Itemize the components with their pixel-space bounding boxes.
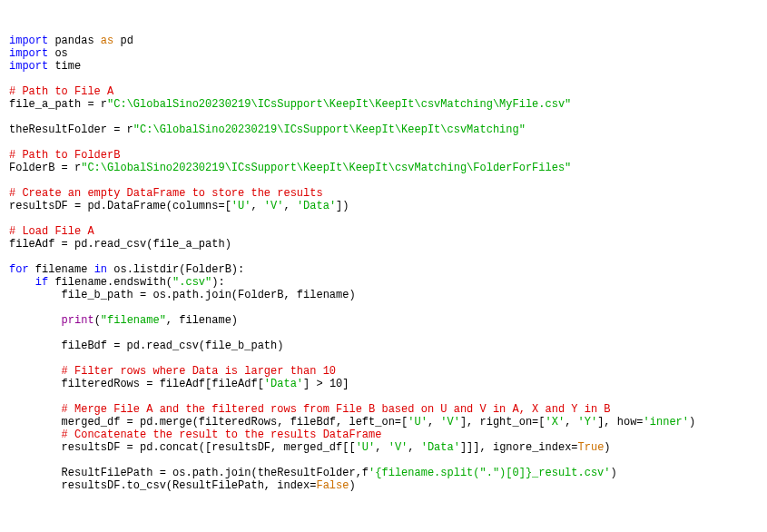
string: "C:\GlobalSino20230219\ICsSupport\KeepIt… <box>81 162 571 174</box>
code: ] > 10] <box>303 378 349 390</box>
code: ) <box>689 416 695 429</box>
code: ): <box>211 276 224 289</box>
fn-print: print <box>62 314 94 327</box>
comment: # Load File A <box>9 225 94 238</box>
code: filename.endswith( <box>48 276 172 289</box>
code: filteredRows = fileAdf[fileAdf[ <box>9 378 264 390</box>
code: ) <box>611 467 617 479</box>
code-block: import pandas as pd import os import tim… <box>9 34 758 492</box>
assign: FolderB = r <box>9 162 81 174</box>
string: 'Data' <box>297 200 336 212</box>
string: 'U' <box>408 416 428 429</box>
pkg-pandas: pandas <box>54 34 93 47</box>
code: filename <box>29 263 94 276</box>
assign: file_a_path = r <box>9 98 107 111</box>
code: merged_df = pd.merge(filteredRows, fileB… <box>9 416 408 429</box>
string: 'U' <box>231 200 251 212</box>
pkg-time: time <box>54 60 81 73</box>
comment: # Create an empty DataFrame to store the… <box>9 187 323 200</box>
string: 'V' <box>388 441 408 454</box>
pkg-os: os <box>54 47 67 60</box>
kw-for: for <box>9 263 29 276</box>
code: ]) <box>336 200 349 212</box>
code: ) <box>604 441 610 454</box>
code: ResultFilePath = os.path.join(theResultF… <box>9 467 369 479</box>
string: 'Y' <box>578 416 598 429</box>
kw-as: as <box>101 34 113 47</box>
assign: theResultFolder = r <box>9 123 133 136</box>
kw-import: import <box>9 34 48 47</box>
code: , <box>428 416 440 429</box>
code: fileBdf = pd.read_csv(file_b_path) <box>9 340 283 352</box>
code: ], right_on=[ <box>460 416 546 429</box>
fstring: '{filename.split(".")[0]}_result.csv' <box>369 467 610 479</box>
code: resultsDF = pd.DataFrame(columns=[ <box>9 200 231 212</box>
string: 'inner' <box>644 416 689 429</box>
kw-import: import <box>9 60 48 73</box>
comment: # Filter rows where Data is larger than … <box>9 365 336 378</box>
const-true: True <box>578 441 605 454</box>
alias-pd: pd <box>120 34 133 47</box>
string: 'X' <box>546 416 565 429</box>
string: "filename" <box>101 314 166 327</box>
string: "C:\GlobalSino20230219\ICsSupport\KeepIt… <box>133 123 526 136</box>
code: , <box>565 416 577 429</box>
code: file_b_path = os.path.join(FolderB, file… <box>9 289 356 301</box>
string: 'V' <box>264 200 284 212</box>
kw-in: in <box>94 263 107 276</box>
code: , filename) <box>166 314 238 327</box>
code: ( <box>94 314 101 327</box>
code: , <box>408 441 420 454</box>
code: resultsDF.to_csv(ResultFilePath, index= <box>9 479 316 492</box>
string: ".csv" <box>172 276 211 289</box>
comment: # Concatenate the result to the results … <box>9 429 381 441</box>
code: resultsDF = pd.concat([resultsDF, merged… <box>9 441 356 454</box>
comment: # Path to File A <box>9 85 113 98</box>
comment: # Path to FolderB <box>9 149 120 162</box>
string: 'Data' <box>264 378 303 390</box>
code: , <box>283 200 296 212</box>
const-false: False <box>316 479 349 492</box>
code: , <box>375 441 388 454</box>
string: "C:\GlobalSino20230219\ICsSupport\KeepIt… <box>107 98 571 111</box>
string: 'Data' <box>421 441 460 454</box>
code: os.listdir(FolderB): <box>107 263 244 276</box>
comment: # Merge File A and the filtered rows fro… <box>9 403 611 416</box>
code: ]]], ignore_index= <box>460 441 578 454</box>
code: ) <box>349 479 355 492</box>
code: , <box>251 200 263 212</box>
code: ], how= <box>597 416 643 429</box>
kw-if: if <box>35 276 48 289</box>
string: 'U' <box>356 441 376 454</box>
kw-import: import <box>9 47 48 60</box>
string: 'V' <box>440 416 460 429</box>
code: fileAdf = pd.read_csv(file_a_path) <box>9 238 231 251</box>
